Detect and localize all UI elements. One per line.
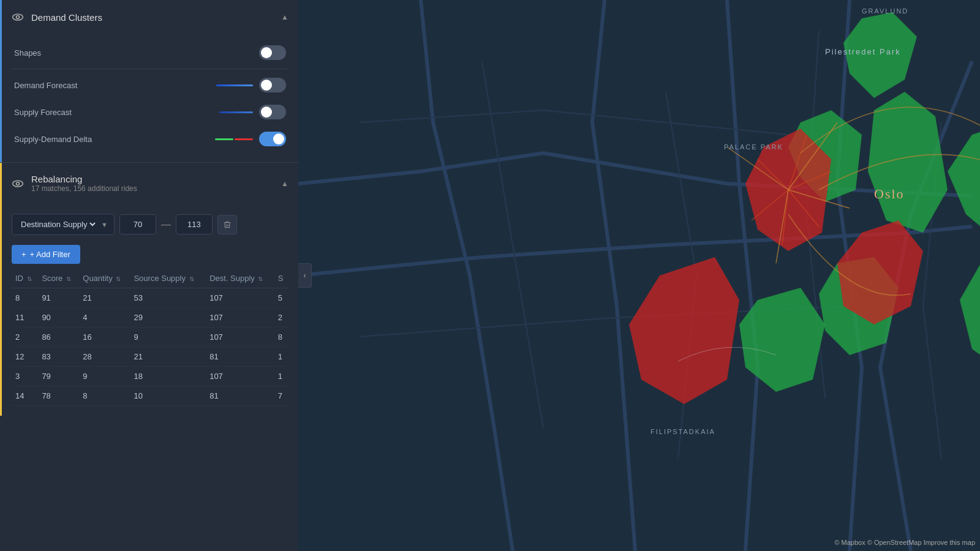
col-score[interactable]: Score ⇅	[38, 269, 79, 288]
supply-demand-delta-label: Supply-Demand Delta	[14, 135, 215, 144]
svg-point-3	[17, 182, 20, 185]
cell-dest-supply: 107	[206, 308, 274, 328]
rebalancing-title-block: Rebalancing 17 matches, 156 additional r…	[31, 174, 281, 193]
cell-source-supply: 53	[130, 288, 206, 308]
table-body: 8 91 21 53 107 5 11 90 4 29 107 2 2 86 1…	[12, 288, 288, 406]
cell-id: 2	[12, 328, 38, 347]
cell-id: 14	[12, 386, 38, 406]
collapse-panel-button[interactable]: ‹	[298, 263, 312, 288]
map-canvas	[298, 0, 980, 551]
svg-point-0	[13, 14, 23, 20]
cell-quantity: 16	[79, 328, 130, 347]
cell-s: 2	[274, 308, 288, 328]
demand-clusters-header[interactable]: Demand Clusters ▲	[2, 0, 298, 34]
demand-forecast-color	[216, 84, 253, 86]
cell-quantity: 4	[79, 308, 130, 328]
cell-dest-supply: 81	[206, 386, 274, 406]
sort-icon-quantity: ⇅	[116, 276, 121, 282]
cell-score: 90	[38, 308, 79, 328]
rebalancing-chevron: ▲	[281, 179, 288, 188]
cell-source-supply: 9	[130, 328, 206, 347]
cell-score: 83	[38, 347, 79, 367]
demand-clusters-chevron: ▲	[281, 13, 288, 21]
filter-min-input[interactable]	[119, 214, 156, 234]
supply-forecast-row: Supply Forecast	[12, 99, 288, 126]
shapes-row: Shapes	[12, 39, 288, 66]
cell-dest-supply: 107	[206, 288, 274, 308]
sort-icon-source: ⇅	[189, 276, 194, 282]
cell-score: 86	[38, 328, 79, 347]
demand-forecast-row: Demand Forecast	[12, 72, 288, 99]
cell-quantity: 21	[79, 288, 130, 308]
col-s[interactable]: S	[274, 269, 288, 288]
table-row[interactable]: 3 79 9 18 107 1	[12, 367, 288, 386]
sidebar: Demand Clusters ▲ Shapes Demand Forecast	[0, 0, 298, 551]
sort-icon-id: ⇅	[27, 276, 32, 282]
col-source-supply[interactable]: Source Supply ⇅	[130, 269, 206, 288]
demand-clusters-section: Demand Clusters ▲ Shapes Demand Forecast	[0, 0, 298, 162]
svg-point-2	[13, 181, 23, 187]
sort-icon-score: ⇅	[66, 276, 71, 282]
table-row[interactable]: 12 83 28 21 81 1	[12, 347, 288, 367]
cell-score: 91	[38, 288, 79, 308]
supply-forecast-toggle[interactable]	[259, 105, 286, 119]
demand-forecast-line	[216, 84, 253, 86]
cell-s: 8	[274, 328, 288, 347]
cell-s: 1	[274, 347, 288, 367]
demand-forecast-label: Demand Forecast	[14, 81, 216, 90]
cell-s: 1	[274, 367, 288, 386]
delta-green-line	[215, 138, 233, 140]
shapes-toggle[interactable]	[259, 45, 286, 60]
table-row[interactable]: 14 78 8 10 81 7	[12, 386, 288, 406]
divider-1	[12, 69, 288, 69]
add-filter-button[interactable]: + + Add Filter	[12, 245, 80, 264]
sort-icon-dest: ⇅	[258, 276, 263, 282]
demand-forecast-slider	[259, 78, 286, 92]
table-row[interactable]: 2 86 16 9 107 8	[12, 328, 288, 347]
add-filter-icon: +	[21, 250, 26, 259]
supply-forecast-color	[219, 111, 253, 113]
supply-forecast-label: Supply Forecast	[14, 108, 219, 117]
rebalancing-eye-icon	[12, 178, 24, 190]
shapes-label: Shapes	[14, 48, 259, 58]
svg-point-1	[17, 16, 20, 19]
cell-source-supply: 21	[130, 347, 206, 367]
rebalancing-section: Rebalancing 17 matches, 156 additional r…	[0, 163, 298, 416]
supply-demand-delta-row: Supply-Demand Delta	[12, 126, 288, 152]
cell-source-supply: 18	[130, 367, 206, 386]
filter-max-input[interactable]	[176, 214, 213, 234]
table-header: ID ⇅ Score ⇅ Quantity ⇅ Source Supply ⇅ …	[12, 269, 288, 288]
trash-icon	[223, 220, 232, 229]
cell-id: 11	[12, 308, 38, 328]
map-area: ‹ © Mapbox © OpenStreetMap Improve this …	[298, 0, 980, 551]
table-row[interactable]: 8 91 21 53 107 5	[12, 288, 288, 308]
cell-score: 78	[38, 386, 79, 406]
table-row[interactable]: 11 90 4 29 107 2	[12, 308, 288, 328]
filter-type-select[interactable]: Destination Supply	[18, 219, 97, 230]
cell-dest-supply: 81	[206, 347, 274, 367]
rebalancing-body: Destination Supply ▼ — +	[2, 204, 298, 416]
col-dest-supply[interactable]: Dest. Supply ⇅	[206, 269, 274, 288]
cell-s: 7	[274, 386, 288, 406]
cell-id: 12	[12, 347, 38, 367]
shapes-slider	[259, 45, 286, 60]
cell-id: 8	[12, 288, 38, 308]
filter-select-chevron: ▼	[101, 221, 108, 228]
filter-delete-button[interactable]	[217, 215, 237, 234]
demand-forecast-toggle[interactable]	[259, 78, 286, 92]
filter-select-wrapper[interactable]: Destination Supply ▼	[12, 214, 115, 235]
supply-forecast-line	[219, 111, 253, 113]
filter-dash: —	[161, 219, 171, 230]
supply-demand-delta-toggle[interactable]	[259, 132, 286, 146]
table-header-row: ID ⇅ Score ⇅ Quantity ⇅ Source Supply ⇅ …	[12, 269, 288, 288]
attribution-text: © Mapbox © OpenStreetMap Improve this ma…	[834, 539, 975, 546]
col-id[interactable]: ID ⇅	[12, 269, 38, 288]
rebalancing-header[interactable]: Rebalancing 17 matches, 156 additional r…	[2, 163, 298, 204]
cell-score: 79	[38, 367, 79, 386]
supply-demand-delta-slider	[259, 132, 286, 146]
supply-forecast-slider	[259, 105, 286, 119]
col-quantity[interactable]: Quantity ⇅	[79, 269, 130, 288]
demand-clusters-title: Demand Clusters	[31, 12, 281, 23]
rebalancing-table: ID ⇅ Score ⇅ Quantity ⇅ Source Supply ⇅ …	[12, 269, 288, 406]
cell-s: 5	[274, 288, 288, 308]
